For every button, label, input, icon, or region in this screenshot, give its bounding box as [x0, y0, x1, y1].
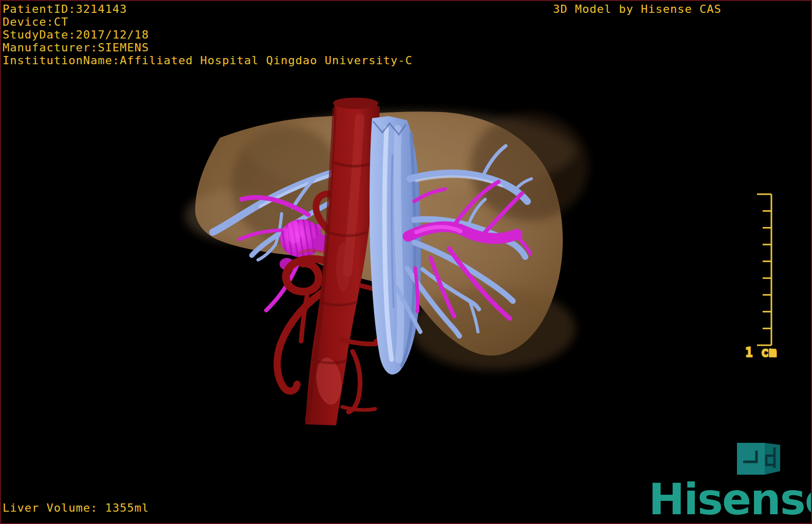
scale-ruler-label: 1 cm [745, 345, 777, 360]
patient-id-line: PatientID:3214143 [3, 3, 413, 15]
vena-cava-render [370, 116, 421, 375]
viewer-window: { "window": { "background": "#000000", "… [0, 0, 812, 524]
device-line: Device:CT [3, 15, 413, 28]
institution-line: InstitutionName:Affiliated Hospital Qing… [3, 54, 413, 67]
manufacturer-line: Manufacturer:SIEMENS [3, 41, 413, 54]
study-date-line: StudyDate:2017/12/18 [3, 28, 413, 41]
model-3d-viewport[interactable]: 1 cm [0, 0, 812, 524]
watermark-label: 3D Model by Hisense CAS [553, 3, 722, 15]
scale-ruler: 1 cm [745, 194, 777, 360]
liver-volume-label: Liver Volume: 1355ml [3, 501, 149, 514]
scale-ruler-ticks [757, 194, 771, 345]
patient-info-overlay: PatientID:3214143 Device:CT StudyDate:20… [3, 3, 413, 67]
hisense-logo: Hisense [649, 478, 812, 521]
open-book-icon [736, 438, 781, 475]
